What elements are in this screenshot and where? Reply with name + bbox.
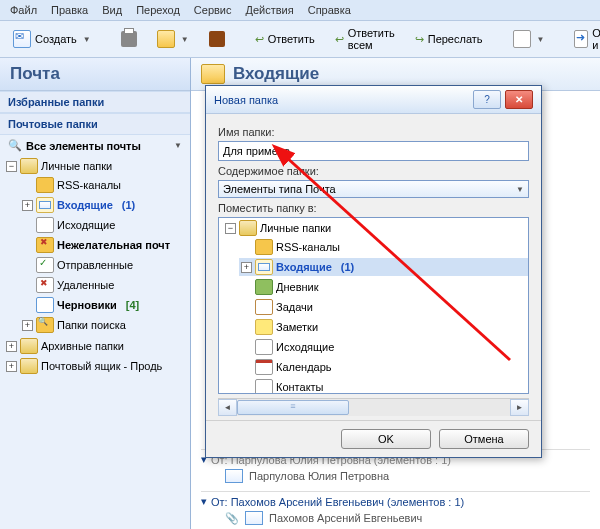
combo-value: Элементы типа Почта	[223, 183, 336, 195]
close-button[interactable]: ✕	[505, 90, 533, 109]
menu-help[interactable]: Справка	[308, 4, 351, 16]
send-receive-button[interactable]: Отправить и по	[567, 24, 600, 54]
menu-view[interactable]: Вид	[102, 4, 122, 16]
move-button[interactable]: ▼	[150, 27, 196, 51]
folder-label: Входящие	[276, 261, 332, 273]
dialog-titlebar[interactable]: Новая папка ? ✕	[206, 86, 541, 114]
menu-actions[interactable]: Действия	[246, 4, 294, 16]
menu-go[interactable]: Переход	[136, 4, 180, 16]
folder-label: Заметки	[276, 321, 318, 333]
categorize-button[interactable]: ▼	[506, 27, 552, 51]
folder-name-input[interactable]	[218, 141, 529, 161]
collapse-icon[interactable]: −	[6, 161, 17, 172]
tree-rss[interactable]: RSS-каналы	[239, 238, 528, 256]
trash-icon	[36, 277, 54, 293]
forward-button[interactable]: ↪Переслать	[408, 30, 490, 49]
folder-label: Входящие	[57, 199, 113, 211]
reply-all-button[interactable]: ↩Ответить всем	[328, 24, 402, 54]
dialog-title: Новая папка	[214, 94, 278, 106]
send-receive-label: Отправить и по	[592, 27, 600, 51]
expand-icon[interactable]: +	[22, 320, 33, 331]
sent-folder[interactable]: Отправленные	[20, 256, 190, 274]
tree-contacts[interactable]: Контакты	[239, 378, 528, 394]
search-icon: 🔍	[8, 139, 22, 152]
horizontal-scrollbar[interactable]: ◄ ►	[218, 398, 529, 416]
ok-button[interactable]: OK	[341, 429, 431, 449]
expand-icon[interactable]: +	[22, 200, 33, 211]
all-mail-items[interactable]: 🔍 Все элементы почты ▼	[0, 135, 190, 156]
folder-label: Архивные папки	[41, 340, 124, 352]
deleted-folder[interactable]: Удаленные	[20, 276, 190, 294]
scroll-thumb[interactable]	[237, 400, 349, 415]
folder-label: RSS-каналы	[57, 179, 121, 191]
search-folders[interactable]: +Папки поиска	[20, 316, 190, 334]
create-label: Создать	[35, 33, 77, 45]
folder-label: Дневник	[276, 281, 319, 293]
notes-icon	[255, 319, 273, 335]
scroll-track[interactable]	[237, 400, 510, 415]
message-group[interactable]: ▾От: Пахомов Арсений Евгеньевич (элемент…	[201, 491, 590, 529]
expand-icon[interactable]: +	[241, 262, 252, 273]
print-button[interactable]	[114, 28, 144, 50]
tree-personal-folders[interactable]: −Личные папки	[223, 219, 528, 237]
folder-icon	[20, 358, 38, 374]
collapse-icon[interactable]: ▾	[201, 495, 207, 508]
place-folder-tree[interactable]: −Личные папки RSS-каналы +Входящие (1) Д…	[218, 217, 529, 394]
print-icon	[121, 31, 137, 47]
address-book-button[interactable]	[202, 28, 232, 50]
rss-folder[interactable]: RSS-каналы	[20, 176, 190, 194]
tree-inbox[interactable]: +Входящие (1)	[239, 258, 528, 276]
folder-label: Отправленные	[57, 259, 133, 271]
navigation-pane: Почта Избранные папки Почтовые папки 🔍 В…	[0, 58, 191, 529]
inbox-icon	[36, 197, 54, 213]
mail-folders-header[interactable]: Почтовые папки	[0, 113, 190, 135]
create-button[interactable]: Создать ▼	[6, 27, 98, 51]
message-row[interactable]: Парпулова Юлия Петровна	[201, 466, 590, 486]
mailbox-folder[interactable]: +Почтовый ящик - Продь	[4, 357, 190, 375]
tree-outgoing[interactable]: Исходящие	[239, 338, 528, 356]
scroll-right-button[interactable]: ►	[510, 399, 529, 416]
rss-icon	[36, 177, 54, 193]
menu-bar: Файл Правка Вид Переход Сервис Действия …	[0, 0, 600, 21]
expand-icon[interactable]: +	[6, 361, 17, 372]
tree-journal[interactable]: Дневник	[239, 278, 528, 296]
drafts-folder[interactable]: Черновики [4]	[20, 296, 190, 314]
inbox-icon	[255, 259, 273, 275]
menu-file[interactable]: Файл	[10, 4, 37, 16]
scroll-left-button[interactable]: ◄	[218, 399, 237, 416]
tree-notes[interactable]: Заметки	[239, 318, 528, 336]
folder-icon	[157, 30, 175, 48]
menu-tools[interactable]: Сервис	[194, 4, 232, 16]
folder-label: RSS-каналы	[276, 241, 340, 253]
junk-icon	[36, 237, 54, 253]
tree-calendar[interactable]: Календарь	[239, 358, 528, 376]
toolbar: Создать ▼ ▼ ↩Ответить ↩Ответить всем ↪Пе…	[0, 21, 600, 58]
tree-tasks[interactable]: Задачи	[239, 298, 528, 316]
personal-folders[interactable]: −Личные папки	[4, 157, 190, 175]
folder-contains-combo[interactable]: Элементы типа Почта ▼	[218, 180, 529, 198]
favorites-header[interactable]: Избранные папки	[0, 91, 190, 113]
inbox-folder[interactable]: +Входящие (1)	[20, 196, 190, 214]
folder-name-label: Имя папки:	[218, 126, 529, 138]
collapse-icon[interactable]: −	[225, 223, 236, 234]
junk-folder[interactable]: Нежелательная почт	[20, 236, 190, 254]
outbox-icon	[255, 339, 273, 355]
reply-label: Ответить	[268, 33, 315, 45]
place-folder-label: Поместить папку в:	[218, 202, 529, 214]
archive-folders[interactable]: +Архивные папки	[4, 337, 190, 355]
reply-button[interactable]: ↩Ответить	[248, 30, 322, 49]
menu-edit[interactable]: Правка	[51, 4, 88, 16]
inbox-icon	[201, 64, 225, 84]
send-receive-icon	[574, 30, 588, 48]
expand-icon[interactable]: +	[6, 341, 17, 352]
help-button[interactable]: ?	[473, 90, 501, 109]
cancel-button[interactable]: Отмена	[439, 429, 529, 449]
outbox-icon	[36, 217, 54, 233]
folder-label: Удаленные	[57, 279, 114, 291]
outgoing-folder[interactable]: Исходящие	[20, 216, 190, 234]
journal-icon	[255, 279, 273, 295]
mail-icon	[225, 469, 243, 483]
sent-icon	[36, 257, 54, 273]
message-row[interactable]: 📎Пахомов Арсений Евгеньевич	[201, 508, 590, 528]
all-items-label: Все элементы почты	[26, 140, 141, 152]
